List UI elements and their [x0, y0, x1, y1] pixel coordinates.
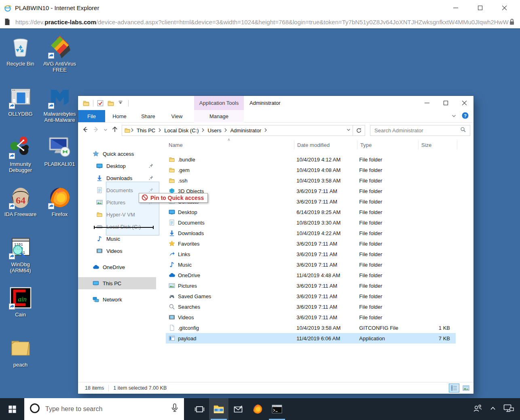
- desktop-icon-immunity-debugger[interactable]: Immunity Debugger: [1, 135, 40, 185]
- taskbar-firefox-button[interactable]: [248, 398, 267, 420]
- desktop-icon-cain[interactable]: ainCain: [1, 285, 40, 335]
- help-icon[interactable]: ?: [462, 112, 469, 121]
- network-display-icon[interactable]: [503, 403, 514, 415]
- tray-chevron-up-icon[interactable]: [489, 405, 497, 413]
- ribbon-tab-home[interactable]: Home: [105, 110, 134, 122]
- taskbar: C:\_: [0, 398, 520, 420]
- search-icon[interactable]: [460, 127, 466, 134]
- taskbar-mail-button[interactable]: [228, 398, 248, 420]
- nav-item-network[interactable]: Network: [78, 293, 166, 305]
- details-view-button[interactable]: [449, 384, 459, 392]
- properties-checkbox-icon[interactable]: [97, 100, 104, 107]
- file-row-downloads[interactable]: Downloads10/4/2019 4:22 AMFile folder: [166, 228, 456, 238]
- explorer-search-box[interactable]: [370, 125, 470, 136]
- file-row-payload[interactable]: payload11/4/2019 6:06 AMApplication7 KB: [166, 333, 456, 344]
- explorer-close-button[interactable]: [455, 96, 473, 110]
- taskbar-file-explorer-button[interactable]: [209, 398, 228, 420]
- breadcrumb-users[interactable]: Users: [206, 127, 222, 134]
- ribbon-tab-share[interactable]: Share: [134, 110, 163, 122]
- file-row-onedrive[interactable]: OneDrive11/4/2019 4:48 AMFile folder: [166, 270, 456, 280]
- browser-urlbar[interactable]: https://dev.practice-labs.com/device-adv…: [0, 15, 520, 29]
- nav-item-quick-access[interactable]: Quick access: [78, 148, 166, 160]
- breadcrumb-chevron-icon[interactable]: [224, 127, 227, 134]
- file-row-music[interactable]: Music3/6/2019 7:11 AMFile folder: [166, 259, 456, 270]
- breadcrumb-chevron-icon[interactable]: [131, 127, 134, 134]
- address-dropdown-chevron-icon[interactable]: [346, 127, 351, 134]
- file-row-pictures[interactable]: Pictures3/6/2019 7:11 AMFile folder: [166, 280, 456, 291]
- browser-minimize-button[interactable]: [451, 3, 460, 12]
- browser-maximize-button[interactable]: [476, 3, 484, 12]
- desktop-icon-peach[interactable]: peach: [1, 335, 40, 386]
- file-row-contacts[interactable]: Contacts3/6/2019 7:11 AMFile folder: [166, 196, 456, 207]
- desktop-icon-label: WinDbg (ARM64): [1, 261, 40, 274]
- breadcrumb-chevron-icon[interactable]: [201, 127, 205, 134]
- breadcrumb-chevron-icon[interactable]: [264, 127, 267, 134]
- internet-explorer-icon: [4, 4, 11, 11]
- microphone-icon[interactable]: [169, 403, 180, 416]
- task-view-button[interactable]: [190, 398, 209, 420]
- desktop-icon-ollydbg[interactable]: OLLYDBG: [1, 85, 40, 135]
- ribbon-tab-file[interactable]: File: [78, 110, 105, 122]
- file-row-bundle[interactable]: .bundle10/4/2019 4:12 AMFile folder: [166, 154, 456, 165]
- file-row-ssh[interactable]: .ssh10/4/2019 3:58 AMFile folder: [166, 175, 456, 186]
- file-row-links[interactable]: Links3/6/2019 7:11 AMFile folder: [166, 249, 456, 259]
- ribbon-tab-view[interactable]: View: [163, 110, 191, 122]
- file-row-desktop[interactable]: Desktop6/14/2019 8:25 AMFile folder: [166, 207, 456, 217]
- file-row-searches[interactable]: Searches3/6/2019 7:11 AMFile folder: [166, 301, 456, 312]
- nav-item-this-pc[interactable]: This PC: [78, 277, 156, 289]
- folder-icon: [169, 177, 175, 184]
- ribbon-tab-manage[interactable]: Manage: [194, 110, 244, 123]
- breadcrumb-this-pc[interactable]: This PC: [135, 127, 156, 134]
- breadcrumb-administrator[interactable]: Administrator: [229, 127, 262, 134]
- browser-close-button[interactable]: [500, 3, 509, 12]
- explorer-search-input[interactable]: [370, 127, 460, 134]
- file-row-favorites[interactable]: Favorites3/6/2019 7:11 AMFile folder: [166, 238, 456, 249]
- forward-button[interactable]: [92, 125, 101, 135]
- recycle-bin-icon: [8, 34, 33, 59]
- column-header-size[interactable]: Size: [419, 140, 457, 149]
- nav-item-hyper-v-vm[interactable]: Hyper-V VM: [78, 208, 166, 221]
- file-row-videos[interactable]: Videos3/6/2019 7:11 AMFile folder: [166, 312, 456, 322]
- file-row-gitconfig[interactable]: .gitconfig10/4/2019 3:58 AMGITCONFIG Fil…: [166, 322, 456, 333]
- desktop-icon-malwarebytes-anti-malware[interactable]: Malwarebytes Anti-Malware: [40, 85, 79, 135]
- desktop-icon-ida-freeware[interactable]: 64IDA Freeware: [1, 185, 40, 235]
- desktop-icon-plabkali01[interactable]: PLABKALI01: [40, 135, 79, 185]
- refresh-button[interactable]: [353, 125, 365, 136]
- nav-item-desktop[interactable]: Desktop: [78, 160, 166, 172]
- column-header-date-modified[interactable]: Date modified: [294, 140, 357, 149]
- column-header-name[interactable]: Name: [166, 140, 294, 149]
- large-icons-view-button[interactable]: [461, 384, 471, 392]
- people-icon[interactable]: [472, 403, 483, 415]
- up-button[interactable]: [110, 125, 119, 135]
- explorer-minimize-button[interactable]: [418, 96, 436, 110]
- breadcrumb-chevron-icon[interactable]: [158, 127, 161, 134]
- file-row-saved-games[interactable]: Saved Games3/6/2019 7:11 AMFile folder: [166, 291, 456, 301]
- desktop-icon-windbg-arm64[interactable]: 1101011001WinDbg (ARM64): [1, 235, 40, 285]
- start-button[interactable]: [0, 398, 24, 420]
- desktop-icon-avg-antivirus-free[interactable]: AVG AntiVirus FREE: [40, 34, 79, 85]
- taskbar-search-input[interactable]: [45, 405, 169, 413]
- nav-item-onedrive[interactable]: OneDrive: [78, 261, 166, 273]
- file-row-documents[interactable]: Documents10/8/2019 3:30 AMFile folder: [166, 217, 456, 228]
- nav-item-downloads[interactable]: Downloads: [78, 172, 166, 184]
- recent-locations-chevron-icon[interactable]: [103, 127, 108, 134]
- taskbar-command-prompt-button[interactable]: C:\_: [267, 398, 287, 420]
- desktop-icon-label: PLABKALI01: [44, 161, 75, 167]
- nav-item-videos[interactable]: Videos: [78, 245, 166, 257]
- plabkali01-icon: [47, 135, 72, 160]
- address-bar[interactable]: This PCLocal Disk (C:)UsersAdministrator: [122, 125, 353, 136]
- file-row-3d-objects[interactable]: 3D Objects3/6/2019 7:11 AMFile folder: [166, 186, 456, 196]
- breadcrumb-local-disk-c[interactable]: Local Disk (C:): [163, 127, 200, 134]
- desktop-icon-firefox[interactable]: Firefox: [40, 185, 79, 235]
- back-button[interactable]: [80, 125, 89, 135]
- qat-customize-icon[interactable]: [118, 100, 125, 107]
- explorer-maximize-button[interactable]: [436, 96, 455, 110]
- context-tab-application-tools[interactable]: Application Tools: [194, 96, 244, 110]
- column-header-type[interactable]: Type: [357, 140, 419, 149]
- ribbon-expand-icon[interactable]: [451, 113, 457, 120]
- file-row-gem[interactable]: .gem10/4/2019 4:08 AMFile folder: [166, 165, 456, 175]
- taskbar-search-box[interactable]: [24, 398, 184, 420]
- new-folder-icon[interactable]: [107, 100, 114, 107]
- desktop-icon-recycle-bin[interactable]: Recycle Bin: [1, 34, 40, 85]
- nav-item-music[interactable]: Music: [78, 233, 166, 245]
